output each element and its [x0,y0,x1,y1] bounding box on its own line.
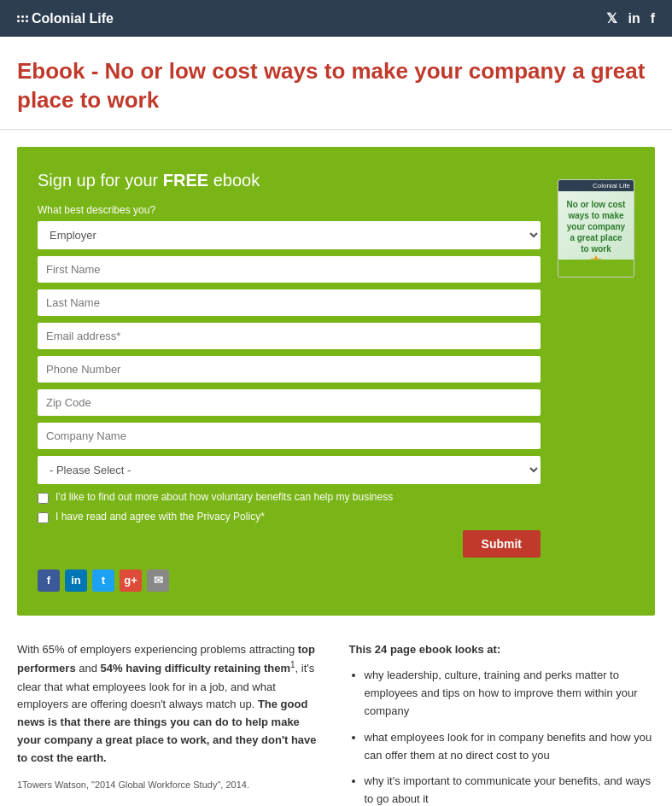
phone-input[interactable] [38,356,541,383]
form-box: Sign up for your FREE ebook What best de… [17,147,655,616]
form-title-part1: Sign up for your [38,171,163,190]
checkbox2-label: I have read and agree with the Privacy P… [56,511,265,523]
share-googleplus-button[interactable]: g+ [120,569,142,592]
first-name-input[interactable] [38,256,541,283]
form-title: Sign up for your FREE ebook [38,171,541,190]
describe-label: What best describes you? [38,204,541,216]
form-left: Sign up for your FREE ebook What best de… [38,171,541,592]
footnote-text: 1Towers Watson, "2014 Global Workforce S… [17,778,324,793]
list-item: why it's important to communicate your b… [365,773,656,806]
employer-select[interactable]: Employer [38,221,541,249]
page-title-section: Ebook - No or low cost ways to make your… [0,37,672,130]
facebook-icon[interactable]: f [651,11,655,26]
body-left: With 65% of employers experiencing probl… [17,641,324,806]
body-right: This 24 page ebook looks at: why leaders… [349,641,656,806]
form-title-bold: FREE [163,171,208,190]
svg-marker-2 [594,254,599,259]
logo-text: Colonial Life [32,11,114,26]
ebook-cover-title: No or low cost ways to make your company… [565,199,627,254]
body-right-list: why leadership, culture, training and pe… [349,667,656,806]
form-title-part2: ebook [208,171,260,190]
checkbox1-label: I'd like to find out more about how volu… [56,491,393,503]
body-section: With 65% of employers experiencing probl… [17,641,655,806]
list-item: what employees look for in company benef… [365,729,656,765]
checkbox1-row: I'd like to find out more about how volu… [38,491,541,504]
body-right-title: This 24 page ebook looks at: [349,641,656,659]
share-twitter-button[interactable]: t [92,569,114,592]
logo-dots-icon [17,15,28,22]
share-email-button[interactable]: ✉ [147,569,169,592]
checkbox1[interactable] [38,493,49,504]
zip-input[interactable] [38,389,541,416]
header-social: 𝕏 in f [606,10,655,26]
submit-button[interactable]: Submit [463,530,541,558]
body-intro: With 65% of employers experiencing probl… [17,643,315,675]
checkbox2-row: I have read and agree with the Privacy P… [38,511,541,523]
share-linkedin-button[interactable]: in [65,569,87,592]
header-logo: Colonial Life [17,11,114,26]
checkbox2[interactable] [38,512,49,523]
company-input[interactable] [38,423,541,449]
please-select-dropdown[interactable]: - Please Select - [38,456,541,484]
body-cont: , it's clear that what employees look fo… [17,663,317,764]
ebook-cover: Colonial Life No or low cost ways to mak… [558,179,634,277]
social-share-bar: f in t g+ ✉ [38,569,541,592]
last-name-input[interactable] [38,289,541,316]
submit-row: Submit [38,530,541,558]
form-right: Colonial Life No or low cost ways to mak… [558,171,634,592]
body-left-text: With 65% of employers experiencing probl… [17,641,324,768]
twitter-icon[interactable]: 𝕏 [606,10,617,26]
site-header: Colonial Life 𝕏 in f [0,0,672,37]
ebook-cover-bottom [558,260,634,277]
page-title: Ebook - No or low cost ways to make your… [17,57,655,115]
linkedin-icon[interactable]: in [628,11,640,26]
email-input[interactable] [38,323,541,349]
share-facebook-button[interactable]: f [38,569,60,592]
ebook-cover-brand: Colonial Life [558,180,634,191]
main-content: Sign up for your FREE ebook What best de… [0,130,672,806]
list-item: why leadership, culture, training and pe… [365,667,656,720]
